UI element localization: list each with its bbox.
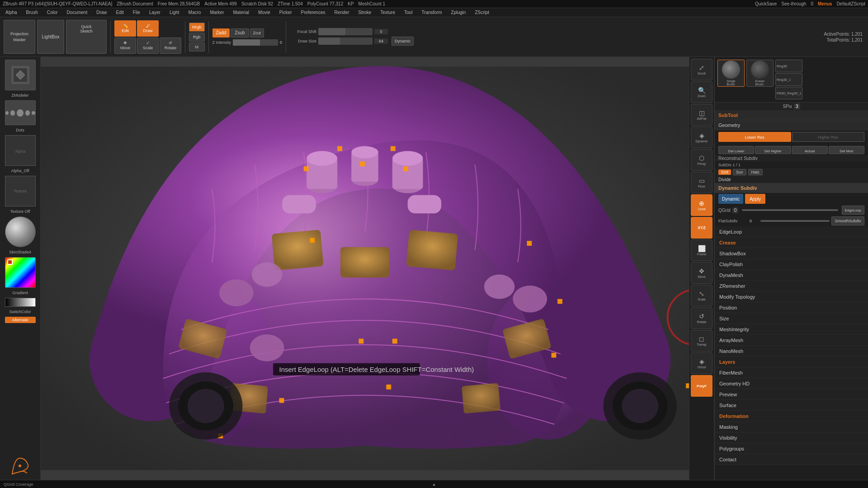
modify-topology-item[interactable]: Modify Topology — [715, 291, 868, 302]
menu-material[interactable]: Material — [231, 10, 251, 15]
dynamic-toggle-button[interactable]: Dynamic — [718, 194, 743, 204]
edgeloop-btn[interactable]: EdgeLoop — [842, 206, 864, 215]
scroll-btn[interactable]: ⤢ Scroll — [691, 59, 712, 80]
ghost-btn[interactable]: ◈ Ghost — [691, 352, 712, 374]
menu-light[interactable]: Light — [168, 10, 181, 15]
quick-save-btn[interactable]: QuickSave — [755, 1, 777, 6]
scale-button[interactable]: ⤢ Scale — [137, 38, 159, 54]
transp-btn[interactable]: ◻ Transp — [691, 330, 712, 352]
zadd-button[interactable]: Zadd — [212, 28, 230, 38]
visibility-item[interactable]: Visibility — [715, 432, 868, 443]
smooth-subdiv-button[interactable]: SmoothSubdiv — [831, 216, 864, 225]
menu-layer[interactable]: Layer — [147, 10, 162, 15]
alpha-off-thumb[interactable]: Alpha — [5, 135, 36, 166]
aaflat-btn[interactable]: ◫ AAFlat — [691, 104, 712, 126]
ring3d-1-thumb[interactable]: Ring3D_1 — [775, 73, 802, 86]
dynamic-subdiv-header[interactable]: Dynamic Subdiv — [715, 183, 868, 193]
z-remesher-item[interactable]: ZRemesher — [715, 281, 868, 291]
quick-sketch-btn[interactable]: QuickSketch — [66, 20, 106, 38]
switch-color-button[interactable]: SwitchColor — [9, 310, 31, 314]
dynamic-btn[interactable]: Dynamic — [392, 37, 414, 46]
menu-tool[interactable]: Tool — [402, 10, 414, 15]
persp-btn[interactable]: ⬡ Persp — [691, 149, 712, 171]
zsub-button[interactable]: Zsub — [231, 28, 249, 38]
layers-item[interactable]: Layers — [715, 357, 868, 367]
menu-macro[interactable]: Macro — [187, 10, 203, 15]
flat-subdiv-slider[interactable] — [760, 220, 830, 222]
nano-mesh-item[interactable]: NanoMesh — [715, 346, 868, 357]
geometry-hd-item[interactable]: Geometry HD — [715, 378, 868, 389]
texture-off-thumb[interactable]: Texture — [5, 176, 36, 206]
contact-item[interactable]: Contact — [715, 454, 868, 465]
apply-button[interactable]: Apply — [745, 194, 765, 204]
qgrid-slider[interactable] — [742, 209, 838, 211]
m-button[interactable]: M — [189, 42, 205, 52]
projection-master-button[interactable]: ProjectionMaster — [4, 20, 35, 54]
deformation-item[interactable]: Deformation — [715, 411, 868, 422]
move-nav-btn[interactable]: ✥ Move — [691, 262, 712, 284]
color-picker[interactable] — [5, 257, 36, 288]
menu-brush[interactable]: Brush — [24, 10, 40, 15]
single-brush-thumb[interactable]: SingleBrush — [717, 60, 745, 87]
material-sphere[interactable] — [5, 216, 36, 247]
smt-button[interactable]: Smt — [718, 169, 731, 175]
menu-color[interactable]: Color — [45, 10, 60, 15]
shadow-box-item[interactable]: ShadowBox — [715, 248, 868, 259]
alternate-button[interactable]: Alternate — [5, 317, 36, 323]
actual-btn[interactable]: Actual — [792, 146, 828, 154]
lightbox-button[interactable]: LightBox — [37, 20, 64, 54]
draw-size-slider[interactable] — [318, 38, 373, 45]
xyz-btn[interactable]: XYZ — [691, 217, 712, 239]
menu-draw[interactable]: Draw — [94, 10, 108, 15]
zcut-button[interactable]: Zcut — [250, 28, 264, 38]
menu-marker[interactable]: Marker — [208, 10, 226, 15]
rotate-button[interactable]: ↺ Rotate — [160, 38, 181, 54]
menu-file[interactable]: File — [131, 10, 142, 15]
canvas-viewport[interactable]: Insert EdgeLoop (ALT=Delete EdgeLoop SHI… — [41, 57, 689, 480]
menu-picker[interactable]: Picker — [278, 10, 294, 15]
hatc-button[interactable]: Hatc — [748, 169, 763, 175]
menu-zplugin[interactable]: Zplugin — [449, 10, 468, 15]
geometry-header[interactable]: Geometry — [715, 120, 868, 130]
z-intensity-slider[interactable] — [233, 39, 278, 46]
draw-button[interactable]: 🖊 Draw — [137, 20, 159, 37]
suv-button[interactable]: Suv — [733, 169, 746, 175]
rotate-nav-btn[interactable]: ↺ Rotate — [691, 307, 712, 329]
dots-thumb[interactable] — [5, 100, 36, 125]
move-button[interactable]: ✥ Move — [114, 38, 136, 54]
menu-movie[interactable]: Movie — [256, 10, 272, 15]
menu-preferences[interactable]: Preferences — [299, 10, 327, 15]
subtool-header[interactable]: SubTool — [715, 110, 868, 120]
del-higher-btn[interactable]: Del Higher — [755, 146, 791, 154]
local-btn[interactable]: ⊕ Local — [691, 194, 712, 216]
menu-alpha[interactable]: Alpha — [4, 10, 19, 15]
see-through-btn[interactable]: See-through — [781, 1, 806, 6]
menu-document[interactable]: Document — [65, 10, 90, 15]
crease-item[interactable]: Crease — [715, 237, 868, 248]
menus-btn[interactable]: Menus — [818, 1, 832, 6]
size-item[interactable]: Size — [715, 313, 868, 324]
fiber-mesh-item[interactable]: FiberMesh — [715, 367, 868, 378]
lower-res-button[interactable]: Lower Res — [718, 132, 791, 142]
ring3d-thumb[interactable]: Ring3D — [775, 60, 802, 72]
rgb-button[interactable]: Rgb — [189, 33, 205, 42]
frame-btn[interactable]: ⬜ Frame — [691, 239, 712, 261]
menu-stroke[interactable]: Stroke — [356, 10, 373, 15]
gradient-bar[interactable] — [5, 298, 36, 307]
menu-zscript[interactable]: ZScript — [473, 10, 491, 15]
focal-shift-slider[interactable] — [318, 28, 373, 35]
surface-item[interactable]: Surface — [715, 400, 868, 411]
zmodeler-thumb[interactable] — [5, 60, 36, 90]
eraser-brush-thumb[interactable]: EraserBrush — [746, 60, 774, 87]
menu-transform[interactable]: Transform — [420, 10, 443, 15]
scale-nav-btn[interactable]: ⤡ Scale — [691, 285, 712, 306]
pm3d-ring-thumb[interactable]: PM3D_Ring3D_1 — [775, 87, 802, 99]
menu-render[interactable]: Render — [333, 10, 351, 15]
del-lower-btn[interactable]: Del Lower — [718, 146, 754, 154]
polygroups-item[interactable]: Polygroups — [715, 443, 868, 454]
preview-item[interactable]: Preview — [715, 389, 868, 400]
mesh-integrity-item[interactable]: MeshIntegrity — [715, 324, 868, 335]
menu-texture[interactable]: Texture — [378, 10, 397, 15]
del-mod-btn[interactable]: Del Mod — [829, 146, 864, 154]
position-item[interactable]: Position — [715, 302, 868, 313]
